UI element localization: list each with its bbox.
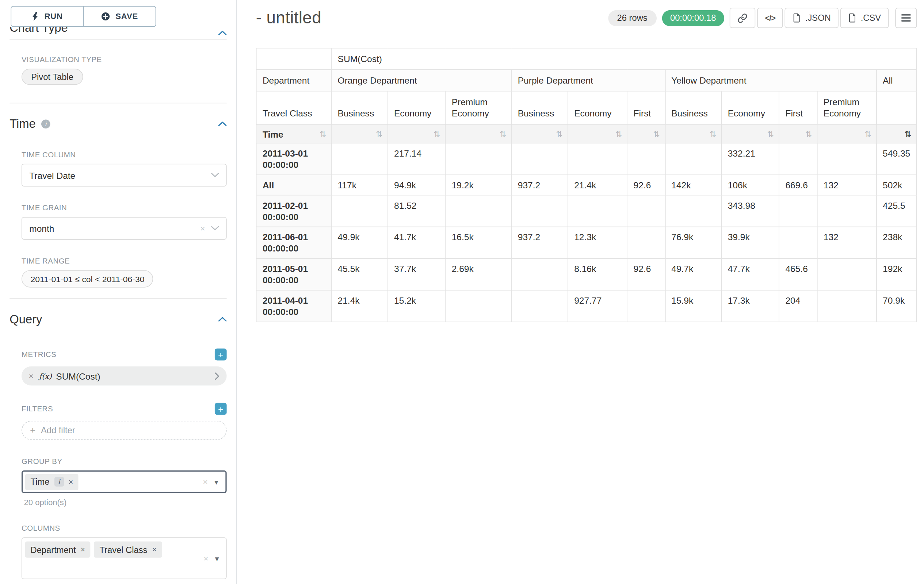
chevron-right-icon[interactable] <box>215 372 219 380</box>
value-cell: 343.98 <box>721 195 779 227</box>
lightning-icon <box>32 12 39 21</box>
sort-cell: ⇅ <box>568 125 627 143</box>
value-tag[interactable]: Department× <box>25 542 91 558</box>
value-cell: 17.3k <box>721 290 779 322</box>
sort-icon[interactable]: ⇅ <box>376 128 383 140</box>
value-cell: 37.7k <box>388 258 446 290</box>
add-filter-button[interactable]: + Add filter <box>21 421 227 440</box>
columns-select[interactable]: Department×Travel Class× × ▾ <box>21 537 227 579</box>
query-timer-badge: 00:00:00.18 <box>662 10 724 26</box>
sort-icon[interactable]: ⇅ <box>805 128 812 140</box>
add-metric-button[interactable]: + <box>215 349 227 360</box>
time-range-pill[interactable]: 2011-01-01 ≤ col < 2011-06-30 <box>21 270 153 287</box>
value-tag[interactable]: Timei× <box>25 474 79 490</box>
sort-icon-active[interactable]: ⇅ <box>904 128 911 140</box>
remove-tag-icon[interactable]: × <box>81 545 85 554</box>
sort-icon[interactable]: ⇅ <box>767 128 774 140</box>
visualization-type-pill[interactable]: Pivot Table <box>21 69 83 85</box>
metrics-label: METRICS <box>21 350 57 359</box>
query-section-header[interactable]: Query <box>10 311 226 327</box>
run-button[interactable]: RUN <box>11 6 84 26</box>
sort-cell: ⇅ <box>721 125 779 143</box>
value-cell: 238k <box>876 227 917 258</box>
table-row: 2011-05-01 00:00:0045.5k37.7k2.69k8.16k9… <box>256 258 917 290</box>
chevron-up-icon[interactable] <box>218 31 227 35</box>
action-bar: RUN SAVE <box>0 0 236 27</box>
sort-icon[interactable]: ⇅ <box>710 128 716 140</box>
time-column-value: Travel Date <box>29 170 75 180</box>
sort-cell: ⇅ <box>876 125 917 143</box>
explore-view: RUN SAVE Chart Type VISUALIZATION TYPE P… <box>0 0 924 584</box>
info-icon[interactable]: i <box>54 477 64 487</box>
row-header: 2011-06-01 00:00:00 <box>256 227 332 258</box>
department-header: Orange Department <box>331 70 511 91</box>
copy-link-button[interactable] <box>730 8 755 28</box>
remove-tag-icon[interactable]: × <box>69 477 73 487</box>
sort-icon[interactable]: ⇅ <box>653 128 660 140</box>
chevron-down-icon <box>211 226 219 231</box>
chart-title[interactable]: - untitled <box>256 8 322 27</box>
add-filter-plus-button[interactable]: + <box>215 403 227 415</box>
sort-icon[interactable]: ⇅ <box>500 128 507 140</box>
save-button[interactable]: SAVE <box>83 6 156 26</box>
hamburger-icon <box>901 14 911 22</box>
value-cell: 49.7k <box>665 258 721 290</box>
department-header: Purple Department <box>512 70 665 91</box>
menu-button[interactable] <box>895 8 917 28</box>
time-column-select[interactable]: Travel Date <box>21 164 227 186</box>
value-cell: 41.7k <box>388 227 446 258</box>
row-header: 2011-02-01 00:00:00 <box>256 195 332 227</box>
sort-icon[interactable]: ⇅ <box>320 128 327 140</box>
tag-label: Time <box>31 477 50 487</box>
tag-label: Department <box>31 545 76 554</box>
sort-icon[interactable]: ⇅ <box>615 128 622 140</box>
row-header: 2011-03-01 00:00:00 <box>256 143 332 175</box>
chevron-up-icon[interactable] <box>218 121 227 126</box>
export-csv-label: .CSV <box>861 13 881 23</box>
chart-type-section: VISUALIZATION TYPE Pivot Table <box>0 56 236 85</box>
row-header: All <box>256 175 332 195</box>
value-cell <box>446 143 512 175</box>
remove-tag-icon[interactable]: × <box>152 545 157 554</box>
chevron-down-icon <box>211 173 219 178</box>
sort-icon[interactable]: ⇅ <box>556 128 563 140</box>
value-cell: 669.6 <box>779 175 817 195</box>
export-json-button[interactable]: .JSON <box>785 8 838 28</box>
metric-pill[interactable]: × ƒ(x) SUM(Cost) <box>21 367 227 385</box>
corner-cell <box>256 48 332 70</box>
chart-area: - untitled 26 rows 00:00:00.18 </> .JSON <box>237 0 924 584</box>
time-grain-select[interactable]: month × <box>21 217 227 239</box>
view-query-button[interactable]: </> <box>757 8 783 28</box>
sort-cell: ⇅ <box>817 125 876 143</box>
group-by-select[interactable]: Timei× × ▾ <box>21 470 227 493</box>
time-section-header[interactable]: Time i <box>10 116 226 132</box>
value-cell: 21.4k <box>331 290 388 322</box>
clear-icon[interactable]: × <box>203 554 208 563</box>
value-cell <box>512 143 568 175</box>
value-cell <box>512 258 568 290</box>
caret-down-icon[interactable]: ▾ <box>214 478 218 485</box>
travel-class-header: Economy <box>568 91 627 125</box>
query-section: Query METRICS + × ƒ(x) SUM(Cost) FILTERS <box>0 311 236 584</box>
export-csv-button[interactable]: .CSV <box>840 8 889 28</box>
tag-label: Travel Class <box>99 545 147 554</box>
clear-icon[interactable]: × <box>203 477 208 486</box>
value-cell: 15.9k <box>665 290 721 322</box>
metric-label: SUM(Cost) <box>56 371 100 381</box>
export-json-label: .JSON <box>805 13 831 23</box>
time-axis-label: Time <box>262 128 284 140</box>
sort-icon[interactable]: ⇅ <box>434 128 441 140</box>
remove-metric-icon[interactable]: × <box>29 371 34 381</box>
value-tag[interactable]: Travel Class× <box>94 542 162 558</box>
clear-icon[interactable]: × <box>200 224 205 232</box>
row-header: 2011-05-01 00:00:00 <box>256 258 332 290</box>
chevron-up-icon[interactable] <box>218 317 227 322</box>
caret-down-icon[interactable]: ▾ <box>215 554 219 562</box>
value-cell: 81.52 <box>388 195 446 227</box>
table-row: 2011-02-01 00:00:0081.52343.98425.5 <box>256 195 917 227</box>
time-heading: Time <box>10 116 36 132</box>
sort-icon[interactable]: ⇅ <box>865 128 871 140</box>
row-header: 2011-04-01 00:00:00 <box>256 290 332 322</box>
value-cell: 142k <box>665 175 721 195</box>
department-header: All <box>876 70 917 91</box>
